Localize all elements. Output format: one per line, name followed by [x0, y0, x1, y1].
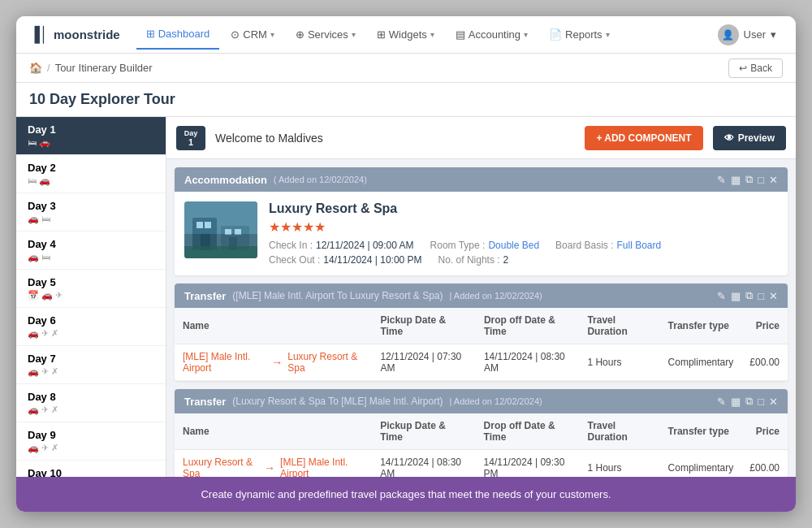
transfer2-type-cell: Complimentary: [660, 450, 742, 478]
transfer2-header-left: Transfer (Luxury Resort & Spa To [MLE] M…: [184, 396, 542, 408]
nav-dashboard[interactable]: ⊞ Dashboard: [136, 20, 220, 50]
sidebar-item-day8[interactable]: Day 8 🚗 ✈ ✗: [16, 384, 166, 422]
widgets-icon: ⊞: [377, 28, 386, 41]
transfer2-added: | Added on 12/02/2024): [450, 396, 542, 406]
sidebar-item-day6[interactable]: Day 6 🚗 ✈ ✗: [16, 308, 166, 346]
square-icon[interactable]: □: [758, 174, 764, 186]
check-out-detail: Check Out : 14/11/2024 | 10:00 PM: [269, 254, 422, 266]
avatar-icon: 👤: [722, 29, 734, 41]
day3-icons: 🚗 🛏: [28, 214, 154, 224]
main-content: Day 1 🛏 🚗 Day 2 🛏 🚗 Day 3 🚗 🛏 Day 4 🚗 🛏 …: [16, 117, 796, 477]
transfer1-copy-icon[interactable]: ⧉: [745, 289, 753, 302]
transfer2-copy-icon[interactable]: ⧉: [745, 395, 753, 408]
transfer2-edit-icon[interactable]: ✎: [717, 396, 726, 408]
sidebar-item-day3[interactable]: Day 3 🚗 🛏: [16, 193, 166, 232]
breadcrumb-page: Tour Itinerary Builder: [55, 62, 153, 74]
sidebar-item-day2[interactable]: Day 2 🛏 🚗: [16, 155, 166, 193]
hotel-info: Luxury Resort & Spa ★★★★★ Check In : 12/…: [269, 201, 778, 266]
day8-icons: 🚗 ✈ ✗: [28, 405, 154, 415]
page-title-bar: 10 Day Explorer Tour: [16, 83, 796, 117]
day6-label: Day 6: [28, 314, 154, 327]
transfer2-square-icon[interactable]: □: [758, 396, 764, 408]
hotel-details-2: Check Out : 14/11/2024 | 10:00 PM No. of…: [269, 254, 778, 266]
transfer2-pickup-cell: 14/11/2024 | 08:30 AM: [372, 450, 475, 478]
transfer2-route-cell: Luxury Resort & Spa → [MLE] Male Intl. A…: [183, 457, 364, 477]
sidebar-item-day10[interactable]: Day 10 🚗 ✈ ✗: [16, 461, 166, 477]
nav-accounting[interactable]: ▤ Accounting ▾: [446, 20, 538, 50]
transfer2-price-cell: £00.00: [741, 450, 788, 478]
transfer1-header-row: Name Pickup Date & Time Drop off Date & …: [175, 308, 788, 344]
transfer2-grid-icon[interactable]: ▦: [731, 396, 741, 408]
top-nav: ▐│ moonstride ⊞ Dashboard ⊙ CRM ▾ ⊕ Serv…: [16, 16, 796, 54]
transfer1-header: Transfer ([MLE] Male Intl. Airport To Lu…: [175, 283, 788, 308]
transfer2-arrow-icon: →: [264, 461, 275, 474]
sidebar-item-day7[interactable]: Day 7 🚗 ✈ ✗: [16, 346, 166, 384]
services-icon: ⊕: [296, 28, 304, 41]
back-button[interactable]: ↩ Back: [728, 58, 783, 78]
grid-icon[interactable]: ▦: [731, 174, 741, 186]
nights-detail: No. of Nights : 2: [438, 254, 509, 266]
transfer1-to: Luxury Resort & Spa: [287, 351, 364, 374]
transfer2-close-icon[interactable]: ✕: [769, 396, 778, 408]
user-menu[interactable]: 👤 User ▾: [711, 21, 783, 49]
transfer1-added: | Added on 12/02/2024): [450, 291, 542, 301]
sidebar-item-day9[interactable]: Day 9 🚗 ✈ ✗: [16, 422, 166, 461]
transfer1-col-dropoff: Drop off Date & Time: [476, 308, 579, 344]
crm-arrow-icon: ▾: [270, 30, 274, 39]
reports-arrow-icon: ▾: [606, 30, 610, 39]
transfer1-price-cell: £00.00: [741, 344, 788, 381]
reports-icon: 📄: [549, 28, 562, 41]
accounting-arrow-icon: ▾: [524, 30, 528, 39]
check-in-label: Check In :: [269, 240, 313, 251]
sections: Accommodation ( Added on 12/02/2024) ✎ ▦…: [166, 159, 796, 477]
sidebar-item-day4[interactable]: Day 4 🚗 🛏: [16, 232, 166, 270]
transfer1-route-cell: [MLE] Male Intl. Airport → Luxury Resort…: [183, 351, 364, 374]
transfer2-col-name: Name: [175, 413, 372, 450]
accommodation-added: ( Added on 12/02/2024): [274, 175, 367, 184]
transfer1-type-cell: Complimentary: [660, 344, 742, 381]
transfer2-route: (Luxury Resort & Spa To [MLE] Male Intl.…: [232, 396, 443, 407]
home-icon[interactable]: 🏠: [29, 62, 42, 74]
nav-services[interactable]: ⊕ Services ▾: [286, 20, 365, 50]
close-icon[interactable]: ✕: [769, 174, 778, 186]
check-in-value: 12/11/2024 | 09:00 AM: [316, 240, 414, 251]
back-icon: ↩: [739, 63, 747, 74]
transfer1-close-icon[interactable]: ✕: [769, 290, 778, 302]
accounting-icon: ▤: [456, 28, 465, 41]
transfer1-col-type: Transfer type: [660, 308, 742, 344]
nav-reports[interactable]: 📄 Reports ▾: [539, 20, 620, 50]
preview-button[interactable]: 👁 Preview: [713, 126, 786, 150]
transfer2-table: Name Pickup Date & Time Drop off Date & …: [175, 413, 788, 477]
day4-icons: 🚗 🛏: [28, 252, 154, 262]
transfer1-edit-icon[interactable]: ✎: [717, 290, 726, 302]
add-component-button[interactable]: + ADD COMPONENT: [585, 126, 702, 150]
hotel-image: [184, 201, 257, 258]
copy-icon[interactable]: ⧉: [745, 173, 753, 186]
transfer1-duration-cell: 1 Hours: [579, 344, 659, 381]
transfer1-grid-icon[interactable]: ▦: [731, 290, 741, 302]
nights-value: 2: [503, 254, 509, 266]
transfer1-col-pickup: Pickup Date & Time: [372, 308, 475, 344]
nav-widgets[interactable]: ⊞ Widgets ▾: [367, 20, 444, 50]
avatar: 👤: [718, 24, 739, 45]
transfer1-dropoff-cell: 14/11/2024 | 08:30 AM: [476, 344, 579, 381]
transfer1-col-name: Name: [175, 308, 372, 344]
sidebar-item-day5[interactable]: Day 5 📅 🚗 ✈: [16, 270, 166, 308]
accommodation-section: Accommodation ( Added on 12/02/2024) ✎ ▦…: [175, 167, 788, 275]
hotel-name: Luxury Resort & Spa: [269, 201, 778, 216]
services-arrow-icon: ▾: [352, 30, 356, 39]
day2-label: Day 2: [28, 162, 154, 174]
sidebar-item-day1[interactable]: Day 1 🛏 🚗: [16, 117, 166, 155]
transfer1-square-icon[interactable]: □: [758, 290, 764, 302]
room-type-label: Room Type :: [430, 240, 486, 251]
transfer2-from: Luxury Resort & Spa: [183, 457, 259, 477]
logo-icon: ▐│: [29, 26, 49, 43]
edit-icon[interactable]: ✎: [717, 174, 726, 186]
crm-icon: ⊙: [231, 28, 240, 41]
user-arrow-icon: ▾: [771, 28, 776, 41]
page-title: 10 Day Explorer Tour: [29, 91, 783, 108]
day8-label: Day 8: [28, 391, 154, 403]
nav-crm[interactable]: ⊙ CRM ▾: [221, 20, 284, 50]
accommodation-title: Accommodation: [184, 174, 267, 186]
transfer2-dropoff-cell: 14/11/2024 | 09:30 PM: [476, 450, 580, 478]
